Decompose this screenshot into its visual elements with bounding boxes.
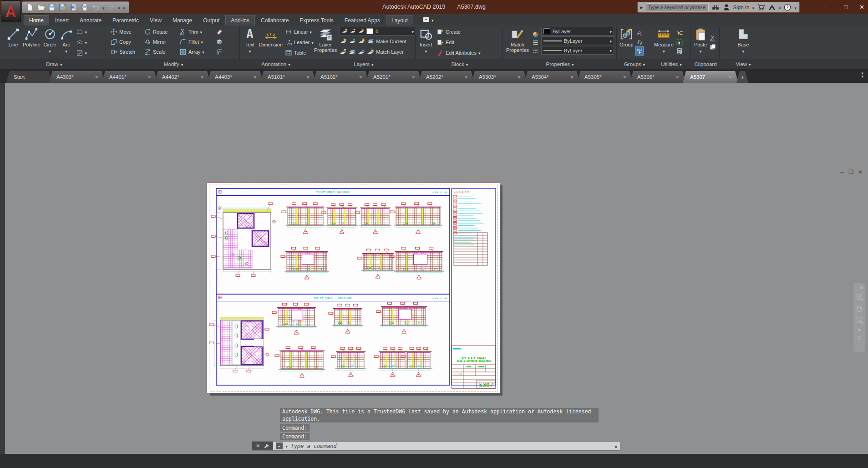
- file-tab-a5305[interactable]: A5305*: [577, 71, 633, 83]
- quick-calculator-button[interactable]: [676, 47, 683, 55]
- file-tab-a5102[interactable]: A5102*: [313, 71, 369, 83]
- id-point-button[interactable]: [676, 38, 683, 46]
- file-tab-close-icon[interactable]: [464, 74, 468, 80]
- redo-icon[interactable]: [107, 3, 116, 11]
- file-tab-a4401[interactable]: A4401*: [102, 71, 157, 83]
- command-close-icon[interactable]: ✕: [256, 443, 260, 449]
- erase-button[interactable]: [216, 27, 234, 36]
- group-edit-button[interactable]: [635, 38, 644, 46]
- cut-button[interactable]: [709, 35, 716, 42]
- ribbon-tab-layout[interactable]: Layout: [386, 15, 413, 25]
- cart-icon[interactable]: [757, 3, 765, 11]
- file-tab-start[interactable]: Start: [6, 71, 52, 83]
- rotate-button[interactable]: Rotate: [144, 27, 178, 36]
- make-current-button[interactable]: Make Current: [340, 36, 416, 46]
- file-tab-close-icon[interactable]: [517, 74, 521, 80]
- ribbon-tab-annotate[interactable]: Annotate: [75, 15, 107, 25]
- panel-label-modify[interactable]: Modify: [108, 59, 239, 69]
- circle-button[interactable]: Circle: [43, 25, 57, 59]
- panel-label-groups[interactable]: Groups: [619, 59, 650, 69]
- doc-minimize-icon[interactable]: ─: [840, 169, 844, 175]
- ribbon-tab-insert[interactable]: Insert: [50, 15, 74, 25]
- command-recent-icon[interactable]: ▸: [276, 443, 283, 449]
- file-tab-a5201[interactable]: A5201*: [366, 71, 421, 83]
- pan-hand-icon[interactable]: [855, 305, 863, 313]
- ribbon-tab-featured-apps[interactable]: Featured Apps: [340, 15, 385, 25]
- search-icon[interactable]: [711, 3, 720, 11]
- sign-in-button[interactable]: Sign In: [733, 5, 750, 10]
- save-as-icon[interactable]: [59, 3, 67, 11]
- sign-in-caret-icon[interactable]: [752, 3, 754, 11]
- edit-attributes-button[interactable]: Edit Attributes: [437, 48, 480, 58]
- file-tab-a4403[interactable]: A4403*: [208, 71, 263, 83]
- ribbon-tab-view[interactable]: View: [145, 15, 167, 25]
- layout-sheet[interactable]: TOILET (MALE) WASHROOM SCALE 1 : 40 TOIL…: [207, 183, 500, 393]
- file-tab-close-icon[interactable]: [200, 74, 204, 80]
- drawing-area[interactable]: ─ ❐ ✕: [0, 83, 868, 454]
- navigation-bar[interactable]: ⊗ 2D ▾ ⊖: [853, 283, 865, 352]
- line-button[interactable]: Line: [6, 25, 20, 59]
- insert-block-button[interactable]: Insert: [419, 25, 433, 59]
- maximize-button[interactable]: □: [844, 4, 848, 10]
- base-button[interactable]: Base: [736, 25, 750, 59]
- file-tab-a4303[interactable]: A4303*: [49, 71, 105, 83]
- ribbon-collapse-control[interactable]: [422, 15, 434, 24]
- paste-button[interactable]: Paste: [694, 25, 707, 59]
- open-file-icon[interactable]: [37, 3, 45, 11]
- command-bar[interactable]: ✕ ▸ Type a command ▲: [252, 441, 620, 451]
- leader-button[interactable]: Leader: [285, 38, 314, 47]
- array-button[interactable]: Array: [179, 47, 215, 56]
- qat-customize-icon[interactable]: [123, 3, 125, 11]
- minimize-button[interactable]: −: [829, 4, 832, 10]
- ribbon-tab-add-ins[interactable]: Add-ins: [225, 15, 255, 25]
- measure-button[interactable]: Measure: [654, 25, 674, 59]
- navbar-collapse-icon[interactable]: ⊖: [857, 336, 861, 341]
- save-icon[interactable]: [48, 3, 56, 11]
- ellipse-tool-button[interactable]: [76, 38, 87, 47]
- match-properties-button[interactable]: Match Properties: [505, 25, 530, 59]
- search-input[interactable]: [646, 3, 709, 11]
- panel-label-clipboard[interactable]: Clipboard: [693, 59, 718, 69]
- help-icon[interactable]: [783, 3, 792, 11]
- ribbon-tab-express-tools[interactable]: Express Tools: [294, 15, 338, 25]
- close-button[interactable]: ✕: [859, 4, 864, 10]
- copy-clip-button[interactable]: [709, 43, 716, 51]
- group-selection-toggle[interactable]: [635, 46, 644, 56]
- command-input[interactable]: ▸ Type a command ▲: [273, 442, 620, 450]
- command-bar-grip[interactable]: ✕: [252, 442, 273, 450]
- file-tab-close-icon[interactable]: [95, 74, 98, 80]
- infocenter-collapse-icon[interactable]: ▸: [640, 4, 643, 10]
- file-tab-a5307[interactable]: A5307: [683, 71, 738, 83]
- explode-button[interactable]: [216, 37, 234, 46]
- file-tab-close-icon[interactable]: [623, 74, 626, 80]
- trim-button[interactable]: Trim: [179, 27, 215, 36]
- scale-button[interactable]: Scale: [144, 47, 178, 56]
- layer-dropdown[interactable]: 0: [340, 27, 416, 36]
- help-caret-icon[interactable]: [794, 3, 797, 11]
- redo-caret-icon[interactable]: [118, 3, 121, 11]
- file-tab-a4402[interactable]: A4402*: [155, 71, 210, 83]
- file-tab-close-icon[interactable]: [359, 74, 362, 80]
- file-tab-close-icon[interactable]: [570, 74, 574, 80]
- panel-label-utilities[interactable]: Utilities: [653, 59, 690, 69]
- panel-label-view[interactable]: View: [721, 59, 765, 69]
- linetype-dropdown[interactable]: ByLayer: [541, 46, 614, 55]
- match-layer-button[interactable]: Match Layer: [340, 47, 416, 56]
- command-caret-icon[interactable]: [285, 443, 288, 449]
- layer-properties-button[interactable]: Layer Properties: [314, 25, 337, 59]
- panel-label-annotation[interactable]: Annotation: [242, 59, 310, 69]
- zoom-icon[interactable]: [855, 316, 863, 324]
- ungroup-button[interactable]: [635, 29, 644, 37]
- transfer-icon[interactable]: [70, 3, 78, 11]
- undo-icon[interactable]: [91, 3, 100, 11]
- file-tab-a5304[interactable]: A5304*: [524, 71, 580, 83]
- navbar-more-caret-icon[interactable]: ▾: [858, 327, 861, 332]
- ribbon-tab-home[interactable]: Home: [24, 15, 49, 25]
- new-drawing-tab-button[interactable]: [736, 71, 748, 83]
- file-tab-close-icon[interactable]: [306, 74, 310, 80]
- file-tab-a5303[interactable]: A5303*: [472, 71, 527, 83]
- hatch-tool-button[interactable]: [76, 48, 87, 58]
- new-file-icon[interactable]: [26, 3, 34, 11]
- file-tab-a5306[interactable]: A5306*: [630, 71, 685, 83]
- undo-caret-icon[interactable]: [102, 3, 105, 11]
